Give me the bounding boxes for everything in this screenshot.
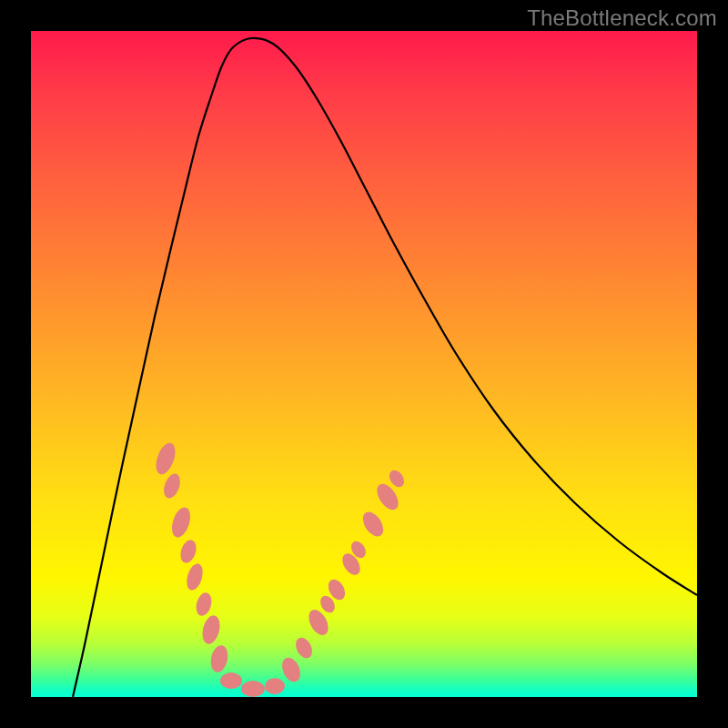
bead xyxy=(194,591,214,617)
bead xyxy=(359,509,387,541)
bead xyxy=(220,672,242,689)
chart-frame xyxy=(31,31,697,697)
bead xyxy=(168,505,194,540)
watermark-text: TheBottleneck.com xyxy=(527,5,717,31)
bead xyxy=(387,468,408,490)
bead xyxy=(184,561,206,592)
bead xyxy=(278,655,304,685)
bead xyxy=(161,471,184,500)
bottleneck-curve xyxy=(73,38,697,697)
data-beads xyxy=(152,440,407,697)
bead xyxy=(293,635,316,662)
bottleneck-chart xyxy=(31,31,697,697)
bead xyxy=(208,643,230,673)
bead xyxy=(199,613,222,645)
bead xyxy=(177,538,198,565)
bead xyxy=(241,681,265,697)
bead xyxy=(265,678,285,694)
bead xyxy=(152,440,178,477)
